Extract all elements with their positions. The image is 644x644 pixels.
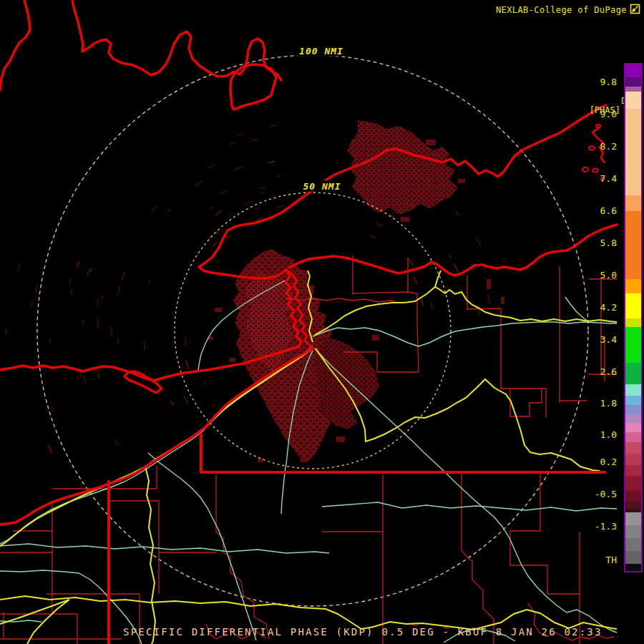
color-scale-segment [625, 195, 641, 211]
cod-weather-logo-icon [630, 4, 640, 14]
color-scale-tick: -0.5 [595, 489, 617, 499]
color-scale-tick: 1.8 [600, 398, 617, 409]
color-scale-segment [625, 396, 641, 405]
color-scale-segment [625, 501, 641, 509]
color-scale-segment [625, 423, 641, 432]
color-scale-segment [625, 476, 641, 490]
color-scale-tick: 9.8 [600, 77, 617, 87]
range-ring-label-50nmi: 50 NMI [301, 181, 343, 192]
color-scale-tick: 5.8 [600, 238, 617, 248]
color-scale-segment [625, 318, 641, 327]
color-scale-tick: 1.0 [600, 429, 617, 440]
color-scale-segment [625, 92, 641, 109]
color-scale-segment [625, 77, 641, 87]
color-scale-segment [625, 512, 641, 525]
color-scale-tick: 7.4 [600, 173, 617, 184]
color-scale-segment [625, 279, 641, 293]
color-scale-segment [625, 442, 641, 454]
color-scale-segment [625, 293, 641, 318]
color-scale-segment [625, 87, 641, 92]
color-scale-segment [625, 465, 641, 476]
color-scale-segment [625, 327, 641, 363]
color-scale-segment [625, 384, 641, 396]
radar-map [0, 0, 644, 644]
color-scale-segment [625, 414, 641, 423]
color-scale-segment [625, 405, 641, 414]
color-scale-tick: 0.2 [600, 457, 617, 467]
color-scale-tick: 2.6 [600, 366, 617, 377]
color-scale-segment [625, 109, 641, 195]
color-scale-segment [625, 432, 641, 442]
page-title: NEXLAB-College of DuPage [496, 5, 627, 15]
radar-viewer: NEXLAB-College of DuPage DKD [PHAS] 9.89… [0, 0, 644, 644]
color-scale-tick: 4.2 [600, 302, 617, 313]
color-scale-tick: 5.0 [600, 270, 617, 280]
color-scale-segment [625, 525, 641, 538]
color-scale-tick: 9.0 [600, 109, 617, 119]
color-scale-tick: -1.3 [595, 521, 617, 532]
color-scale-segment [625, 454, 641, 465]
color-scale-segment [625, 211, 641, 279]
color-scale-segment [625, 64, 641, 77]
color-scale-segment [625, 564, 641, 571]
color-scale-tick: TH [605, 555, 617, 565]
range-ring-label-100nmi: 100 NMI [297, 46, 346, 57]
color-scale-segment [625, 551, 641, 564]
color-scale [624, 63, 643, 572]
color-scale-tick: 6.6 [600, 205, 617, 216]
status-bar: SPECIFIC DIFFERENTIAL PHASE (KDP) 0.5 DE… [123, 626, 602, 638]
color-scale-tick: 3.4 [600, 334, 617, 345]
color-scale-segment [625, 363, 641, 384]
color-scale-segment [625, 538, 641, 551]
color-scale-tick: 8.2 [600, 141, 617, 152]
color-scale-segment [625, 490, 641, 501]
